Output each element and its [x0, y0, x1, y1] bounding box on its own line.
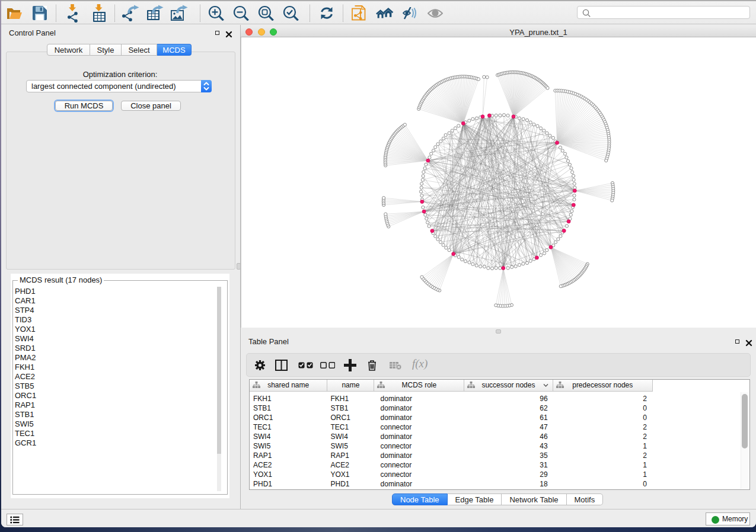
svg-text:f(x): f(x): [412, 358, 428, 370]
